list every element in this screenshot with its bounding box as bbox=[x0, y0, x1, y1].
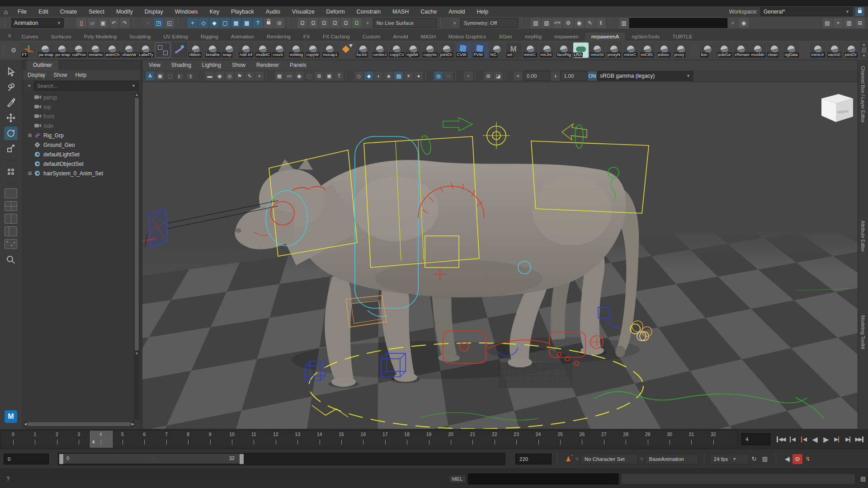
selection-mask-surfaces-icon[interactable]: ▦ bbox=[231, 18, 241, 28]
menu-modify[interactable]: Modify bbox=[110, 7, 139, 17]
shelf-button-mirorC[interactable]: mirorC bbox=[523, 42, 538, 58]
outliner-item-top[interactable]: top bbox=[24, 102, 134, 112]
camera-lock-icon[interactable]: ◉ bbox=[215, 71, 224, 80]
xray-toggle-icon[interactable]: ⊞ bbox=[484, 71, 493, 80]
scroll-up-icon[interactable]: ▲ bbox=[135, 93, 139, 97]
menu-help[interactable]: Help bbox=[471, 7, 495, 17]
shelf-button-Add Inf[interactable]: Add Inf bbox=[239, 42, 254, 58]
scroll-thumb[interactable] bbox=[135, 98, 139, 351]
prev-view-icon[interactable]: ◧ bbox=[175, 71, 184, 80]
layout-single-pane-button[interactable] bbox=[5, 188, 17, 198]
pause-viewport-icon[interactable]: ‖ bbox=[596, 18, 606, 28]
menu-deform[interactable]: Deform bbox=[321, 7, 351, 17]
hypershade-icon[interactable]: ◉ bbox=[574, 18, 584, 28]
wireframe-mode-icon[interactable]: ◇ bbox=[354, 71, 363, 80]
shelf-button-voWeig[interactable]: voWeig bbox=[289, 42, 304, 58]
shelf-button-squares[interactable] bbox=[155, 42, 170, 58]
live-surface-field[interactable]: No Live Surface bbox=[373, 18, 437, 28]
go-to-end-button[interactable]: ▶▶ bbox=[854, 432, 865, 446]
viewport-menu-show[interactable]: Show bbox=[232, 62, 245, 68]
last-tool-used[interactable] bbox=[4, 165, 18, 178]
selection-mask-curves-icon[interactable]: ▢ bbox=[220, 18, 230, 28]
shelf-button-shareW[interactable]: shareW bbox=[122, 42, 137, 58]
shelf-button-copyCV[interactable]: copyCV bbox=[389, 42, 405, 58]
shelf-button-jointOr[interactable]: jointOr bbox=[844, 42, 859, 58]
snap-grid-icon[interactable]: Ω bbox=[297, 18, 307, 28]
selection-mask-handles-icon[interactable]: ◇ bbox=[198, 18, 208, 28]
outliner-item-hairSystem_0_Anim_Set[interactable]: ⊞hairSystem_0_Anim_Set bbox=[24, 169, 134, 178]
shelf-tab-ngskintools[interactable]: ngSkinTools bbox=[625, 33, 666, 41]
shelf-button-miCtlS[interactable]: miCtlS bbox=[640, 42, 656, 58]
lock-selection-icon[interactable] bbox=[264, 18, 274, 28]
redo-icon[interactable]: ↷ bbox=[120, 18, 130, 28]
symmetry-caret[interactable]: ▾ bbox=[450, 18, 460, 28]
range-end-handle[interactable] bbox=[240, 454, 244, 464]
new-scene-icon[interactable]: ▯ bbox=[76, 18, 86, 28]
snap-options-caret[interactable]: ▾ bbox=[363, 18, 373, 28]
shelf-button-rigidW[interactable]: rigidW bbox=[406, 42, 421, 58]
shelf-button-polvec[interactable]: polvec bbox=[657, 42, 672, 58]
shelf-button-furJnt[interactable]: furJnt bbox=[356, 42, 371, 58]
shelf-tab-rendering[interactable]: Rendering bbox=[260, 33, 297, 41]
layout-two-pane-button[interactable] bbox=[5, 214, 17, 224]
character-set-icon[interactable]: ♟ bbox=[563, 454, 574, 465]
shelf-button-musMir[interactable]: musMir bbox=[750, 42, 766, 58]
workspace-toggle-icon[interactable]: ⊞ bbox=[855, 18, 865, 28]
shelf-tab-curves[interactable]: Curves bbox=[15, 33, 44, 41]
shelf-button-mirorC[interactable]: mirorC bbox=[623, 42, 639, 58]
shadows-toggle-icon[interactable]: ● bbox=[414, 71, 423, 80]
gamma-field[interactable]: 1.00 bbox=[560, 71, 587, 81]
textures-toggle-icon[interactable]: ▨ bbox=[394, 71, 403, 80]
scroll-thumb[interactable] bbox=[28, 422, 131, 426]
scale-tool[interactable] bbox=[4, 142, 18, 155]
play-backwards-button[interactable]: ◀ bbox=[809, 432, 820, 446]
shelf-button-rigData[interactable]: rigData bbox=[784, 42, 799, 58]
drag-handle[interactable] bbox=[3, 46, 4, 54]
snap-curve-icon[interactable]: Ω bbox=[308, 18, 318, 28]
shelf-tab-animation[interactable]: Animation bbox=[225, 33, 260, 41]
outliner-item-persp[interactable]: persp bbox=[24, 93, 134, 102]
light-editor-icon[interactable]: ✎ bbox=[585, 18, 595, 28]
outliner-menu-help[interactable]: Help bbox=[75, 72, 86, 78]
shelf-button-count[interactable]: count bbox=[272, 42, 288, 58]
range-slider[interactable]: 0 32 ∷ bbox=[58, 453, 505, 465]
frame-all-icon[interactable]: ▣ bbox=[156, 71, 165, 80]
command-language-toggle[interactable]: MEL bbox=[449, 475, 466, 483]
rotate-tool[interactable] bbox=[4, 127, 18, 140]
clip-editor-icon[interactable]: ▤ bbox=[760, 454, 770, 465]
quick-selection-input[interactable] bbox=[629, 18, 727, 28]
select-component-icon[interactable]: ◱ bbox=[165, 18, 175, 28]
select-tool[interactable] bbox=[4, 65, 18, 79]
viewport-menu-renderer[interactable]: Renderer bbox=[256, 62, 279, 68]
shelf-button-CVW[interactable]: CVW bbox=[456, 42, 472, 58]
selection-mask-joints-icon[interactable]: ◆ bbox=[209, 18, 219, 28]
scroll-up-icon[interactable]: ▲ bbox=[862, 42, 866, 47]
shelf-button-jointOr[interactable]: jointOr bbox=[439, 42, 455, 58]
shelf-button-sel[interactable]: sel bbox=[506, 42, 522, 58]
resolution-gate-icon[interactable]: ◉ bbox=[295, 71, 304, 80]
shelf-tab-sculpting[interactable]: Sculpting bbox=[123, 33, 157, 41]
mute-audio-icon[interactable]: ◀) bbox=[782, 454, 793, 465]
workspace-lock-icon[interactable] bbox=[855, 7, 864, 16]
shelf-tab-mrpaweena[interactable]: mrpaweenA bbox=[585, 33, 625, 41]
motion-blur-toggle-icon[interactable]: ◌ bbox=[444, 71, 453, 80]
paint-selection-tool[interactable] bbox=[4, 96, 18, 109]
shelf-button-faceRig[interactable]: faceRig bbox=[557, 42, 572, 58]
drag-handle[interactable] bbox=[5, 19, 9, 27]
shelf-button-clean[interactable]: clean bbox=[767, 42, 783, 58]
search-input[interactable]: Search... ▼ bbox=[34, 81, 139, 91]
safe-title-icon[interactable]: T bbox=[335, 71, 344, 80]
shelf-button-vacinD[interactable]: vacinD bbox=[827, 42, 843, 58]
playback-loop-icon[interactable]: ↻ bbox=[749, 454, 760, 465]
shelf-button-zRenam[interactable]: zRenam bbox=[734, 42, 749, 58]
side-tab-attribute-editor[interactable]: Attribute Editor bbox=[860, 221, 866, 252]
side-tab-modeling-toolkit[interactable]: Modeling Toolkit bbox=[860, 315, 866, 349]
outliner-item-side[interactable]: side bbox=[24, 121, 134, 131]
shelf-button-copyW[interactable]: copyW bbox=[306, 42, 321, 58]
shelf-button-mirorJr[interactable]: mirorJr bbox=[811, 42, 826, 58]
play-forwards-button[interactable]: ▶ bbox=[820, 432, 831, 446]
outliner-item-front[interactable]: front bbox=[24, 112, 134, 121]
select-hierarchy-icon[interactable]: ▫ bbox=[143, 18, 153, 28]
outliner-menu-show[interactable]: Show bbox=[53, 72, 67, 78]
shelf-tab-surfaces[interactable]: Surfaces bbox=[44, 33, 77, 41]
